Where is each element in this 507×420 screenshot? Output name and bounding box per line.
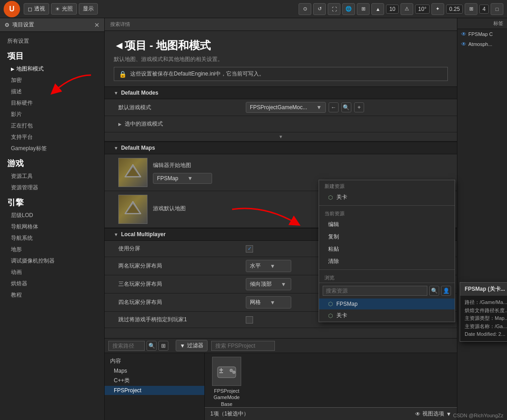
section-header-modes[interactable]: ▼ Default Modes [105,86,457,99]
asset-search-input[interactable] [211,341,275,351]
nav-item-camera[interactable]: 调试摄像机控制器 [0,255,104,267]
nav-item-movie[interactable]: 影片 [0,109,104,120]
search-bar-label: 搜索详情 [110,21,130,27]
nav-item-gameplay[interactable]: Gameplay标签 [0,143,104,154]
show-btn[interactable]: 显示 [79,3,98,15]
section-header-maps[interactable]: ▼ Default Maps [105,142,457,154]
icon-btn-6[interactable]: ▲ [371,3,384,15]
bottom-left-search: 🔍 ⊞ [108,341,168,351]
popup-item-new-level[interactable]: ⬡ 关卡 [319,191,455,203]
nav-item-desc[interactable]: 描述 [0,86,104,97]
nav-item-anim[interactable]: 动画 [0,267,104,278]
toolbar-num4: 4 [479,5,489,14]
tree-item-fps[interactable]: FPSProject [105,386,204,395]
icon-btn-5[interactable]: ⊞ [357,3,370,15]
level-icon: ⬡ [328,194,333,201]
3player-dropdown[interactable]: 倾向顶部 ▼ [246,278,291,290]
popup-current-resource-label: 当前资源 [319,207,455,218]
nav-item-navmesh[interactable]: 导航网格体 [0,221,104,233]
nav-item-terrain[interactable]: 地形 [0,244,104,255]
2player-dropdown[interactable]: 水平 ▼ [246,260,291,272]
right-sidebar-fpsmap[interactable]: 👁 FPSMap C [457,29,507,39]
toolbar-right: ⊙ ↺ ⛶ 🌐 ⊞ ▲ 10 ⚠ 10° ✦ 0.25 ⊞ 4 □ [299,3,503,15]
page-title-area: ◄项目 - 地图和模式 默认地图、游戏模式和其他地图的相关设置。 [105,31,457,67]
nav-item-tutorial[interactable]: 教程 [0,289,104,301]
popup-item-fpsmap[interactable]: ⬡ FPSMap [319,299,455,309]
tooltip-line-1: 路径：/Game/Ma... [465,299,507,307]
perspective-btn[interactable]: ◻ 透视 [24,3,49,15]
close-icon[interactable]: ✕ [94,21,100,29]
tooltip-body: 路径：/Game/Ma... 烘焙文件路径长度... 主资源类型：Map... … [460,296,507,341]
tree-item-maps[interactable]: Maps [105,366,204,375]
collapse-icon-mp: ▼ [114,232,118,237]
filter-btn[interactable]: ▼ 过滤器 [176,340,208,351]
all-settings-link[interactable]: 所有设置 [0,35,104,47]
nav-item-target[interactable]: 目标硬件 [0,97,104,109]
nav-item-bake[interactable]: 烘焙器 [0,278,104,289]
nav-item-maps[interactable]: ▶ 地图和模式 [0,63,104,75]
4player-dropdown-arrow-icon: ▼ [270,299,275,306]
icon-btn-1[interactable]: ⊙ [299,3,311,15]
editor-map-value: FPSMap [157,175,178,182]
popup-item-level[interactable]: ⬡ 关卡 [319,309,455,322]
popup-search-input[interactable] [323,286,427,296]
view-options-label: 视图选项 [422,410,444,418]
nav-item-lod[interactable]: 层级LOD [0,210,104,221]
game-map-svg [124,200,142,218]
icon-btn-2[interactable]: ↺ [313,3,326,15]
game-map-thumbnail-inner [119,195,147,223]
nav-item-asset-manager[interactable]: 资源管理器 [0,182,104,193]
popup-item-paste[interactable]: 粘贴 [319,243,455,255]
plus-icon-btn[interactable]: + [354,102,364,112]
nav-item-packaging[interactable]: 正在打包 [0,120,104,132]
tree-item-cpp[interactable]: C++类 [105,375,204,386]
right-sidebar: 标签 👁 FPSMap C 👁 Atmosph... [457,18,507,420]
level-thumb-icon: ⬡ [328,313,333,319]
4player-dropdown[interactable]: 网格 ▼ [246,296,291,309]
dropdown-popup: 新建资源 ⬡ 关卡 当前资源 编辑 复制 粘贴 清除 浏览 🔍 👤 ⬡ FPSM… [319,180,455,322]
skip-assign-checkbox[interactable] [246,316,253,324]
path-options-btn[interactable]: ⊞ [158,341,168,351]
icon-btn-9[interactable]: ⊞ [465,3,477,15]
nav-item-navsys[interactable]: 导航系统 [0,233,104,244]
page-subtitle: 默认地图、游戏模式和其他地图的相关设置。 [114,56,448,63]
expand-arrow-icon: ▶ [118,122,122,127]
section-label-modes: Default Modes [121,90,158,96]
label-selected-gamemode: ▶ 选中的游戏模式 [118,120,246,128]
splitscreen-checkbox[interactable] [246,245,253,253]
label-editor-map: 编辑器开始地图 [153,162,448,169]
right-sidebar-atmosph[interactable]: 👁 Atmosph... [457,39,507,49]
left-panel: ⚙ 项目设置 ✕ 所有设置 项目 ▶ 地图和模式 加密 描述 目标硬件 影片 正… [0,18,105,420]
eye-icon-fps: 👁 [461,31,466,37]
nav-item-platform[interactable]: 支持平台 [0,132,104,143]
view-options-btn[interactable]: 👁 视图选项 ▼ [415,410,451,418]
popup-search-btn[interactable]: 🔍 [429,286,439,296]
svg-rect-6 [219,372,223,373]
icon-btn-7[interactable]: ⚠ [401,3,413,15]
popup-item-edit[interactable]: 编辑 [319,218,455,231]
icon-btn-10[interactable]: □ [491,3,503,15]
light-btn[interactable]: ☀ 光照 [51,3,77,15]
icon-btn-8[interactable]: ✦ [431,3,444,15]
editor-map-dropdown[interactable]: FPSMap ▼ [153,173,212,184]
nav-item-asset-tools[interactable]: 资源工具 [0,171,104,182]
popup-item-clear[interactable]: 清除 [319,255,455,268]
popup-user-btn[interactable]: 👤 [441,286,451,296]
tooltip-box: FPSMap (关卡... 路径：/Game/Ma... 烘焙文件路径长度...… [460,282,507,342]
label-4player: 四名玩家分屏布局 [118,299,246,306]
arrow-icon-btn[interactable]: ← [329,102,339,112]
icon-btn-4[interactable]: 🌐 [342,3,355,15]
toolbar-num1: 10 [386,5,398,14]
control-default-gamemode: FPSProjectGameMoc... ▼ ← 🔍 + [246,102,448,113]
icon-btn-3[interactable]: ⛶ [328,3,340,15]
path-search-btn[interactable]: 🔍 [147,341,157,351]
popup-divider-2 [319,269,455,270]
search-bar: 搜索详情 [105,18,457,31]
nav-item-encrypt[interactable]: 加密 [0,75,104,86]
search-icon-btn[interactable]: 🔍 [341,102,351,112]
asset-item-gamemode[interactable]: FPSProjectGameModeBase [208,357,245,407]
tree-item-content[interactable]: 内容 [105,356,204,366]
path-search-input[interactable] [108,341,145,351]
popup-item-copy[interactable]: 复制 [319,231,455,243]
gamemode-dropdown[interactable]: FPSProjectGameMoc... ▼ [246,102,326,113]
